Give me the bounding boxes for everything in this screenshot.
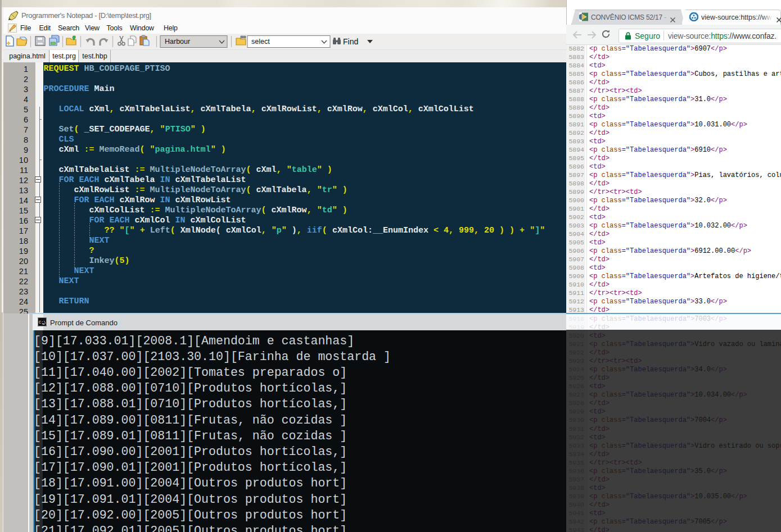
svg-text:Harbour: Harbour <box>165 38 190 46</box>
svg-text:C:\: C:\ <box>39 320 46 325</box>
svg-text:Find: Find <box>343 37 358 46</box>
svg-text:select: select <box>251 38 270 46</box>
